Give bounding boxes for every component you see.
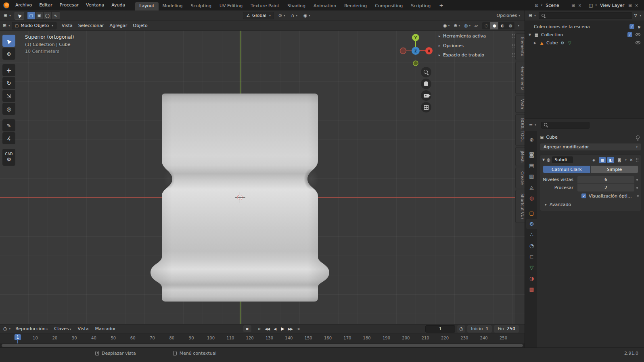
- outliner-row-collection[interactable]: ▼ ▦ Collection ✓: [525, 31, 644, 39]
- object-visibility-dropdown[interactable]: ◉▾: [441, 23, 451, 28]
- shading-solid-button[interactable]: ●: [490, 22, 498, 29]
- properties-tab-scene[interactable]: ◬: [526, 182, 537, 192]
- properties-tab-material[interactable]: ◑: [526, 273, 537, 283]
- xray-toggle[interactable]: ▱: [473, 23, 479, 28]
- properties-tab-render[interactable]: ◙: [526, 150, 537, 160]
- select-mode-new-button[interactable]: ▢: [27, 12, 36, 19]
- auto-keying-toggle[interactable]: ●: [243, 325, 251, 332]
- pan-button[interactable]: [421, 79, 431, 89]
- filter-funnel-icon[interactable]: ∇: [634, 13, 637, 18]
- jump-to-end-button[interactable]: ⇥: [295, 326, 301, 332]
- viewport-menu-seleccionar[interactable]: Seleccionar: [75, 21, 107, 31]
- modifier-name-field[interactable]: Subdi: [552, 156, 573, 163]
- transform-orientation-dropdown[interactable]: ∠ Global ▾: [243, 12, 274, 19]
- gizmos-dropdown[interactable]: ⊕▾: [452, 23, 462, 28]
- modifier-wrench-icon[interactable]: ⚙: [560, 41, 565, 45]
- render-levels-field[interactable]: 2: [577, 184, 634, 191]
- properties-tab-output[interactable]: ▤: [526, 160, 537, 171]
- eye-icon[interactable]: [636, 41, 640, 44]
- outliner-row-scene-collection[interactable]: Colecciones de la escena ✓ ◀: [525, 23, 644, 31]
- select-mode-subtract-button[interactable]: ◯: [44, 12, 52, 19]
- toggle-ortho-button[interactable]: [421, 102, 431, 112]
- overlays-dropdown[interactable]: ◎▾: [462, 23, 472, 28]
- tool-transform-button[interactable]: ◎: [2, 103, 15, 115]
- view-layer-selector[interactable]: ◫ ▾ View Layer ⊞ ×: [589, 3, 639, 8]
- timeline-menu-vista[interactable]: Vista: [74, 325, 92, 333]
- timeline-menu-marcador[interactable]: Marcador: [92, 325, 119, 333]
- shading-dropdown[interactable]: ▾: [515, 24, 521, 27]
- timeline-ruler[interactable]: 1 10203040506070809010011012013014015016…: [0, 333, 525, 343]
- menu-archivo[interactable]: Archivo: [12, 1, 36, 10]
- tool-cad-button[interactable]: CAD⚙: [2, 149, 15, 166]
- workspace-tab-scripting[interactable]: Scripting: [407, 2, 435, 10]
- npanel-section-opciones[interactable]: ▸Opciones: [437, 41, 516, 51]
- modifier-extras-icon[interactable]: ▾: [625, 158, 627, 162]
- workspace-tab-rendering[interactable]: Rendering: [340, 2, 371, 10]
- workspace-tab-animation[interactable]: Animation: [309, 2, 340, 10]
- timeline-scrollbar[interactable]: [2, 344, 523, 347]
- prev-keyframe-button[interactable]: ◀◀: [264, 326, 271, 332]
- add-workspace-button[interactable]: +: [436, 2, 446, 8]
- levels-viewport-field[interactable]: 6: [577, 176, 634, 183]
- timeline-menu-claves[interactable]: Claves▾: [51, 325, 74, 333]
- shading-rendered-button[interactable]: ◍: [506, 22, 514, 29]
- blender-logo-icon[interactable]: [3, 2, 9, 8]
- drag-handle-icon[interactable]: [636, 158, 639, 162]
- properties-tab-texture[interactable]: ▩: [526, 284, 537, 294]
- viewport-menu-agregar[interactable]: Agregar: [107, 21, 130, 31]
- timeline-menu-reproducci-n[interactable]: Reproducción▾: [12, 325, 51, 333]
- animate-dot-icon[interactable]: [634, 179, 640, 181]
- select-mode-intersect-button[interactable]: ∿: [52, 12, 60, 19]
- sidebar-tab-bool-tool[interactable]: BOOL TOOL: [515, 114, 525, 146]
- tool-move-button[interactable]: +: [2, 64, 15, 76]
- properties-tab-constraints[interactable]: ⊏: [526, 252, 537, 262]
- timeline-editor-selector[interactable]: ◷▾: [2, 326, 11, 331]
- sidebar-tab-jmesh[interactable]: jMesh: [515, 147, 525, 166]
- tool-scale-button[interactable]: ⇲: [2, 90, 15, 102]
- sidebar-tab-herramienta[interactable]: Herramienta: [515, 62, 525, 94]
- show-on-cage-toggle[interactable]: ◈: [590, 157, 597, 163]
- tool-select-box-button[interactable]: ◀: [2, 35, 15, 47]
- properties-tab-object[interactable]: ▢: [526, 208, 537, 218]
- play-button[interactable]: ▶: [279, 326, 286, 332]
- unlink-scene-icon[interactable]: ×: [577, 3, 582, 8]
- catmull-clark-button[interactable]: Catmull-Clark: [543, 166, 590, 173]
- scene-selector[interactable]: ⊡ ▾ Scene ⊞ ×: [535, 3, 583, 8]
- jump-to-start-button[interactable]: ⇤: [256, 326, 263, 332]
- workspace-tab-sculpting[interactable]: Sculpting: [187, 2, 215, 10]
- pivot-point-dropdown[interactable]: ⊙▾: [277, 12, 287, 20]
- properties-tab-particles[interactable]: ∴: [526, 230, 537, 240]
- outliner-editor-selector[interactable]: ⊟▾: [528, 13, 537, 18]
- advanced-section[interactable]: ▸ Avanzado: [540, 200, 641, 208]
- outliner-row-cube[interactable]: ▶ ▲ Cube ⚙ ▽: [525, 39, 644, 47]
- editor-type-selector[interactable]: ⊞▾: [3, 13, 12, 18]
- sidebar-tab-shortcut-vur[interactable]: Shortcut VUr: [515, 190, 525, 223]
- use-preview-range-toggle[interactable]: ◷: [457, 325, 465, 333]
- mesh-data-icon[interactable]: ▽: [567, 41, 572, 45]
- sidebar-tab-elemento[interactable]: Elemento: [515, 33, 525, 60]
- viewport-menu-vista[interactable]: Vista: [59, 21, 75, 31]
- expand-arrow-icon[interactable]: ▶: [533, 41, 537, 45]
- play-reverse-button[interactable]: ◀: [272, 326, 278, 332]
- zoom-button[interactable]: [421, 67, 431, 77]
- chevron-down-icon[interactable]: ▾: [640, 14, 641, 17]
- properties-tab-object-data[interactable]: ▽: [526, 262, 537, 273]
- workspace-tab-compositing[interactable]: Compositing: [371, 2, 407, 10]
- viewport-menu-objeto[interactable]: Objeto: [130, 21, 151, 31]
- menu-ayuda[interactable]: Ayuda: [108, 1, 129, 10]
- new-view-layer-icon[interactable]: ⊞: [627, 3, 632, 8]
- mode-dropdown[interactable]: ▢ Modo Objeto ▾: [12, 22, 56, 29]
- npanel-section-herramienta-activa[interactable]: ▸Herramienta activa: [437, 31, 516, 41]
- npanel-section-espacio-de-trabajo[interactable]: ▸Espacio de trabajo: [437, 50, 516, 60]
- show-in-render-toggle[interactable]: ◙: [616, 157, 623, 163]
- menu-ventana[interactable]: Ventana: [82, 1, 108, 10]
- show-in-viewport-toggle[interactable]: ◧: [607, 157, 614, 163]
- current-frame-field[interactable]: 1: [425, 325, 455, 333]
- properties-tab-view-layer[interactable]: ▧: [526, 171, 537, 181]
- proportional-editing-toggle[interactable]: ◉▾: [302, 12, 312, 20]
- sidebar-tab-create[interactable]: Create: [515, 168, 525, 188]
- remove-view-layer-icon[interactable]: ×: [634, 3, 639, 8]
- menu-editar[interactable]: Editar: [36, 1, 56, 10]
- optimal-display-checkbox[interactable]: ✓: [581, 193, 586, 198]
- properties-search-input[interactable]: [541, 122, 590, 129]
